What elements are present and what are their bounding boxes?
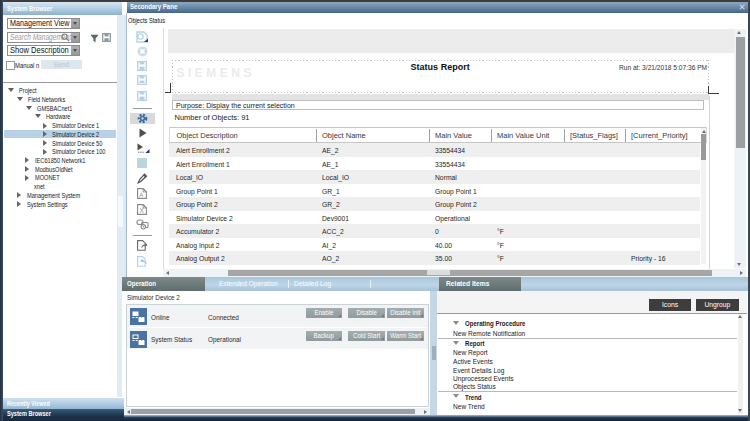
svg-text:A: A [139, 192, 143, 198]
svg-text:X: X [139, 207, 144, 214]
